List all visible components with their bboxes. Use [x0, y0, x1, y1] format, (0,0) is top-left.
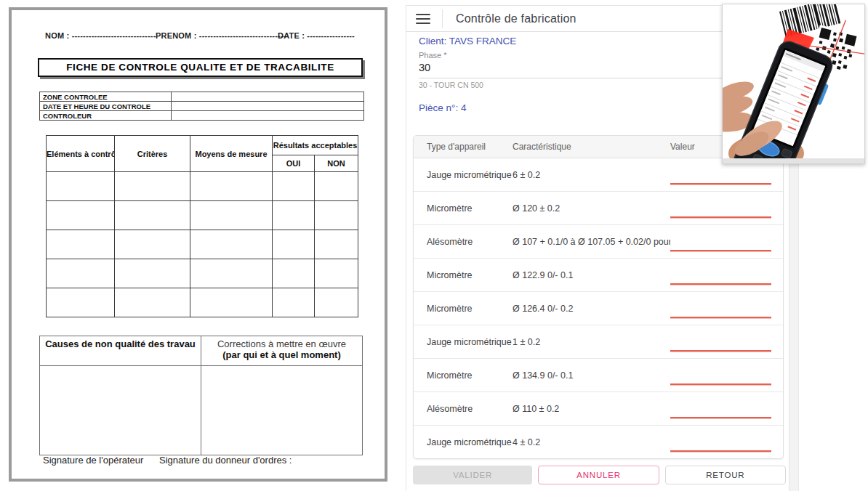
device-type: Jauge micrométrique: [427, 170, 513, 180]
cancel-button[interactable]: ANNULER: [538, 466, 659, 484]
phase-field[interactable]: Phase * 30 30 - TOUR CN 500: [419, 51, 773, 89]
col-header-elements: Eléments à contrôle: [47, 136, 115, 172]
table-row: Micromètre Ø 126.4 0/- 0.2: [414, 291, 783, 325]
info-label-datetime: DATE ET HEURE DU CONTROLE: [40, 102, 172, 111]
client-line: Client: TAVS FRANCE: [419, 36, 516, 46]
corrections-column: Corrections à mettre en œuvre (par qui e…: [201, 336, 362, 455]
table-row: [47, 230, 358, 259]
device-type: Jauge micrométrique: [427, 437, 513, 447]
characteristic: Ø 110 ± 0.2: [513, 404, 670, 414]
value-input[interactable]: [670, 317, 771, 318]
value-input[interactable]: [670, 216, 771, 218]
form-nom-line: NOM : ------------------------------: [45, 31, 156, 40]
table-row: [47, 259, 358, 288]
value-input[interactable]: [670, 417, 771, 418]
table-row: Jauge micrométrique 4 ± 0.2: [414, 425, 783, 458]
table-row: Alésomètre Ø 107 + 0.1/0 à Ø 107.05 + 0.…: [414, 224, 783, 258]
table-row: DATE ET HEURE DU CONTROLE: [40, 102, 364, 111]
device-type: Jauge micrométrique: [427, 337, 513, 347]
value-input[interactable]: [670, 450, 771, 452]
col-header-device: Type d'appareil: [427, 142, 513, 152]
page-title: Contrôle de fabrication: [456, 12, 576, 25]
form-prenom-line: PRENOM : -------------------------------: [156, 31, 286, 40]
table-row: Micromètre Ø 120 ± 0.2: [414, 191, 783, 224]
validate-button[interactable]: VALIDER: [413, 466, 532, 484]
signature-operator-label: Signature de l'opérateur: [43, 455, 143, 466]
device-type: Alésomètre: [427, 237, 513, 247]
form-causes-table: Causes de non qualité des travau Correct…: [39, 336, 363, 455]
corrections-header-line2: (par qui et à quel moment): [201, 349, 362, 360]
causes-column: Causes de non qualité des travau: [40, 336, 201, 455]
phase-hint: 30 - TOUR CN 500: [419, 81, 773, 89]
table-row: CONTROLEUR: [40, 111, 364, 121]
form-date-line: DATE : -----------------: [278, 31, 355, 40]
col-header-resultats: Résultats acceptables: [273, 136, 358, 155]
corrections-body-cell: [201, 365, 362, 454]
table-row: Micromètre Ø 122.9 0/- 0.1: [414, 258, 783, 291]
corrections-header-line1: Corrections à mettre en œuvre: [201, 338, 362, 349]
characteristic: Ø 134.9 0/- 0.1: [513, 370, 670, 381]
col-header-moyens: Moyens de mesure: [190, 136, 273, 172]
measurements-table: Type d'appareil Caractéristique Valeur J…: [413, 135, 784, 459]
table-row: ZONE CONTROLEE: [40, 92, 364, 102]
characteristic: Ø 122.9 0/- 0.1: [513, 270, 670, 280]
quality-form-document: NOM : ------------------------------ PRE…: [9, 7, 387, 482]
col-header-non: NON: [315, 155, 358, 171]
value-input[interactable]: [670, 350, 771, 352]
characteristic: Ø 120 ± 0.2: [513, 203, 670, 214]
header-divider: [442, 9, 443, 28]
info-label-zone: ZONE CONTROLEE: [40, 92, 172, 102]
hamburger-menu-icon[interactable]: [416, 14, 430, 24]
col-header-criteres: Critères: [115, 136, 190, 172]
screenshot-canvas: NOM : ------------------------------ PRE…: [0, 0, 868, 491]
device-type: Micromètre: [427, 304, 513, 314]
table-row: Micromètre Ø 134.9 0/- 0.1: [414, 358, 783, 391]
characteristic: Ø 107 + 0.1/0 à Ø 107.05 + 0.02/0 pour a…: [513, 237, 670, 247]
col-header-oui: OUI: [273, 155, 315, 171]
value-input[interactable]: [670, 384, 771, 385]
info-label-controller: CONTROLEUR: [40, 111, 172, 121]
form-info-table: ZONE CONTROLEE DATE ET HEURE DU CONTROLE…: [39, 92, 364, 121]
signature-orderer-label: Signature du donneur d'ordres :: [159, 455, 292, 466]
causes-header: Causes de non qualité des travau: [40, 336, 201, 365]
scanner-illustration: [723, 4, 864, 163]
value-input[interactable]: [670, 183, 771, 184]
photo-bottom-shade: [723, 158, 864, 163]
device-type: Micromètre: [427, 270, 513, 280]
back-button[interactable]: RETOUR: [665, 466, 786, 484]
value-input[interactable]: [670, 250, 771, 251]
col-header-characteristic: Caractéristique: [513, 142, 670, 152]
characteristic: Ø 126.4 0/- 0.2: [513, 304, 670, 314]
device-type: Alésomètre: [427, 404, 513, 414]
phase-input[interactable]: 30: [419, 62, 773, 78]
table-row: Alésomètre Ø 110 ± 0.2: [414, 391, 783, 425]
table-row: Jauge micrométrique 1 ± 0.2: [414, 325, 783, 358]
piece-number-line: Pièce n°: 4: [419, 102, 466, 113]
characteristic: 6 ± 0.2: [513, 170, 670, 180]
info-value-zone: [172, 92, 364, 102]
scanner-photo: [722, 4, 865, 164]
value-input[interactable]: [670, 283, 771, 285]
table-row: [47, 288, 358, 317]
table-header-row: Eléments à contrôle Critères Moyens de m…: [47, 136, 358, 155]
phase-label: Phase *: [419, 51, 773, 60]
device-type: Micromètre: [427, 370, 513, 381]
form-title: FICHE DE CONTROLE QUALITE ET DE TRACABIL…: [38, 58, 363, 77]
device-type: Micromètre: [427, 203, 513, 214]
table-row: [47, 201, 358, 230]
action-button-row: VALIDER ANNULER RETOUR: [413, 466, 786, 484]
table-row: [47, 172, 358, 201]
characteristic: 1 ± 0.2: [513, 337, 670, 347]
corrections-header: Corrections à mettre en œuvre (par qui e…: [201, 336, 362, 365]
characteristic: 4 ± 0.2: [513, 437, 670, 447]
causes-body-cell: [40, 365, 201, 454]
info-value-datetime: [172, 102, 364, 111]
form-control-table: Eléments à contrôle Critères Moyens de m…: [46, 135, 358, 317]
info-value-controller: [172, 111, 364, 121]
